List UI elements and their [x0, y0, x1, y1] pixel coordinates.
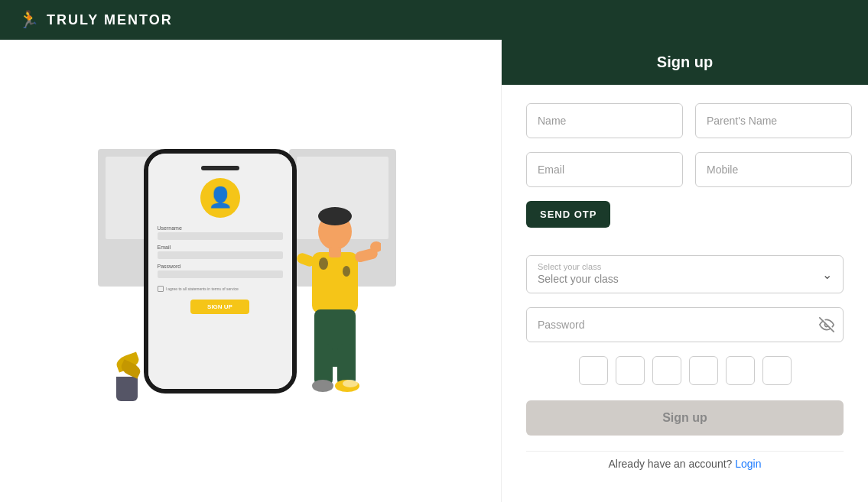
- phone-field-label-username: Username: [158, 225, 283, 231]
- svg-rect-10: [314, 344, 333, 386]
- send-otp-row: SEND OTP: [526, 201, 844, 241]
- form-header: Sign up: [502, 40, 868, 85]
- signup-button[interactable]: Sign up: [526, 400, 844, 436]
- phone-mockup: 👤 Username Email Password: [144, 149, 297, 394]
- svg-point-1: [318, 207, 352, 225]
- svg-point-14: [343, 380, 358, 387]
- svg-rect-2: [312, 252, 358, 313]
- otp-box-1[interactable]: [579, 356, 608, 385]
- phone-avatar-icon: 👤: [208, 186, 232, 209]
- phone-avatar: 👤: [200, 178, 240, 218]
- login-link[interactable]: Login: [735, 458, 761, 470]
- svg-rect-11: [337, 344, 356, 386]
- svg-point-4: [343, 266, 350, 277]
- mobile-input[interactable]: [695, 152, 852, 187]
- phone-field-password: Password: [158, 264, 283, 278]
- svg-point-12: [312, 380, 333, 392]
- logo-text: TRULY MENTOR: [47, 12, 173, 28]
- password-input[interactable]: [526, 307, 844, 342]
- name-input[interactable]: [526, 103, 683, 138]
- illustration: 👤 Username Email Password: [98, 126, 404, 416]
- phone-field-username: Username: [158, 225, 283, 240]
- eye-slash-icon: [819, 317, 834, 332]
- otp-box-3[interactable]: [652, 356, 681, 385]
- phone-screen: 👤 Username Email Password: [148, 154, 292, 389]
- logo-area: 🏃 TRULY MENTOR: [18, 10, 173, 30]
- plant-leaves: [113, 355, 141, 375]
- otp-box-6[interactable]: [762, 356, 792, 385]
- svg-rect-5: [329, 247, 341, 257]
- parents-name-input[interactable]: [695, 103, 852, 138]
- phone-field-bar-email: [158, 251, 283, 259]
- email-input[interactable]: [526, 152, 683, 187]
- form-title: Sign up: [657, 53, 713, 70]
- right-panel: Sign up SEND OTP Select your class Selec…: [501, 40, 868, 502]
- phone-checkbox: [158, 286, 164, 292]
- phone-checkbox-text: I agree to all statements in terms of se…: [166, 287, 239, 291]
- phone-field-label-email: Email: [158, 245, 283, 250]
- svg-point-3: [319, 257, 328, 270]
- left-panel: 👤 Username Email Password: [0, 40, 501, 502]
- phone-field-email: Email: [158, 245, 283, 259]
- otp-box-2[interactable]: [616, 356, 645, 385]
- email-mobile-row: [526, 152, 844, 187]
- otp-box-5[interactable]: [726, 356, 755, 385]
- character: [289, 202, 381, 401]
- logo-icon: 🏃: [18, 10, 39, 30]
- class-select-wrapper[interactable]: Select your class Select your class ⌄ Se…: [526, 255, 844, 293]
- send-otp-button[interactable]: SEND OTP: [526, 201, 610, 228]
- phone-field-bar-username: [158, 232, 283, 240]
- form-body: SEND OTP Select your class Select your c…: [502, 85, 868, 502]
- already-text: Already have an account?: [608, 458, 732, 470]
- main-layout: 👤 Username Email Password: [0, 40, 868, 502]
- phone-field-label-password: Password: [158, 264, 283, 269]
- phone-signup-button[interactable]: SIGN UP: [190, 300, 249, 314]
- password-row: [526, 307, 844, 342]
- already-row: Already have an account? Login: [526, 451, 844, 470]
- plant: [113, 355, 141, 401]
- phone-checkbox-row: I agree to all statements in terms of se…: [158, 286, 283, 292]
- phone-notch: [201, 166, 239, 170]
- otp-row: [526, 356, 844, 385]
- phone-field-bar-password: [158, 270, 283, 278]
- plant-pot: [116, 377, 138, 401]
- header: 🏃 TRULY MENTOR: [0, 0, 868, 40]
- otp-box-4[interactable]: [689, 356, 718, 385]
- toggle-password-button[interactable]: [819, 317, 834, 332]
- name-row: [526, 103, 844, 138]
